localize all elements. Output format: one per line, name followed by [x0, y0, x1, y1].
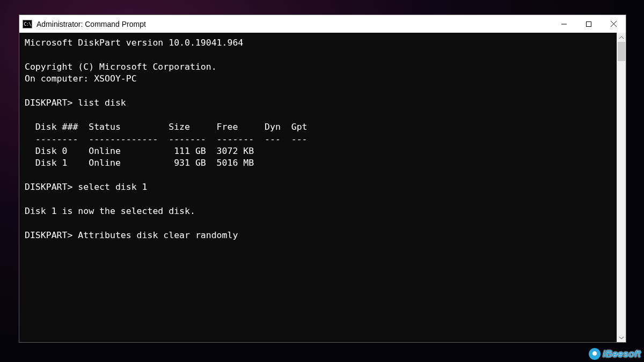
scroll-track[interactable] [617, 42, 626, 333]
watermark-logo-icon [589, 348, 601, 360]
close-button[interactable] [601, 15, 626, 33]
terminal-output[interactable]: Microsoft DiskPart version 10.0.19041.96… [19, 33, 617, 342]
minimize-button[interactable] [552, 15, 576, 33]
client-area: Microsoft DiskPart version 10.0.19041.96… [19, 33, 626, 342]
watermark: iBeesoft [589, 348, 641, 360]
svg-rect-1 [587, 21, 591, 26]
watermark-text: iBeesoft [603, 349, 641, 360]
window-controls [552, 15, 626, 33]
vertical-scrollbar[interactable] [617, 33, 626, 342]
chevron-down-icon [619, 337, 624, 339]
titlebar[interactable]: C:\ Administrator: Command Prompt [19, 15, 626, 33]
minimize-icon [561, 21, 567, 27]
chevron-up-icon [619, 36, 624, 39]
scroll-down-arrow[interactable] [617, 333, 626, 342]
command-prompt-window: C:\ Administrator: Command Prompt Micros… [19, 14, 626, 343]
scroll-up-arrow[interactable] [617, 33, 626, 42]
window-title: Administrator: Command Prompt [36, 20, 552, 28]
app-icon: C:\ [23, 20, 32, 28]
close-icon [611, 21, 617, 27]
scroll-thumb[interactable] [618, 42, 625, 61]
maximize-icon [586, 21, 591, 27]
maximize-button[interactable] [576, 15, 601, 33]
